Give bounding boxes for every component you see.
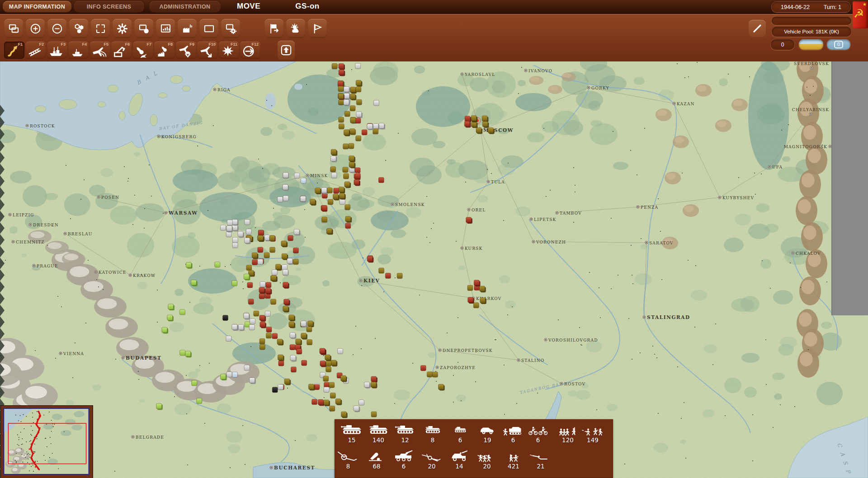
draw-tool-button[interactable] bbox=[749, 20, 766, 37]
unit-counter[interactable] bbox=[354, 179, 359, 185]
objectives-button[interactable] bbox=[308, 19, 327, 38]
unit-counter[interactable] bbox=[432, 372, 438, 377]
unit-counter[interactable] bbox=[331, 173, 337, 178]
unit-counter[interactable] bbox=[197, 398, 202, 403]
unit-counter[interactable] bbox=[259, 338, 265, 344]
unit-counter[interactable] bbox=[156, 403, 162, 409]
unit-counter[interactable] bbox=[465, 116, 470, 122]
unit-counter[interactable] bbox=[322, 206, 327, 211]
unit-counter[interactable] bbox=[341, 412, 347, 417]
unit-counter[interactable] bbox=[340, 199, 345, 205]
unit-counter[interactable] bbox=[345, 216, 351, 222]
fkey-f1-move-arrow[interactable]: F1 bbox=[4, 42, 24, 59]
unit-counter[interactable] bbox=[300, 196, 306, 202]
unit-counter[interactable] bbox=[266, 327, 272, 332]
unit-counter[interactable] bbox=[338, 348, 343, 354]
unit-counter[interactable] bbox=[379, 268, 384, 273]
unit-counter[interactable] bbox=[344, 111, 350, 117]
unit-counter[interactable] bbox=[371, 382, 376, 387]
jump-map-button[interactable] bbox=[4, 19, 23, 38]
unit-counter[interactable] bbox=[249, 325, 255, 330]
tab-map-information[interactable]: MAP INFORMATION bbox=[3, 1, 71, 12]
unit-counter[interactable] bbox=[226, 226, 232, 231]
unit-counter[interactable] bbox=[185, 351, 191, 356]
fkey-f10-plane-arrow[interactable]: F10 bbox=[197, 42, 217, 59]
fkey-f3-ship-large[interactable]: F3 bbox=[47, 42, 67, 59]
unit-counter[interactable] bbox=[378, 178, 384, 183]
unit-counter[interactable] bbox=[327, 188, 332, 193]
victory-locations-button[interactable] bbox=[264, 19, 283, 38]
unit-counter[interactable] bbox=[290, 355, 296, 361]
unit-counter[interactable] bbox=[289, 322, 294, 327]
unit-counter[interactable] bbox=[283, 184, 288, 190]
fkey-f9-plane-parachute[interactable]: F9 bbox=[176, 42, 196, 59]
unit-counter[interactable] bbox=[278, 384, 283, 390]
unit-counter[interactable] bbox=[331, 360, 336, 366]
unit-counter[interactable] bbox=[482, 122, 488, 127]
unit-counter[interactable] bbox=[271, 276, 276, 281]
unit-counter[interactable] bbox=[192, 380, 197, 386]
unit-counter[interactable] bbox=[328, 199, 333, 205]
map-canvas[interactable]: B A LBAY OF DANZIGTAGANROG BAYC A S P RO… bbox=[0, 61, 868, 478]
unit-counter[interactable] bbox=[350, 106, 355, 111]
unit-counter[interactable] bbox=[339, 99, 344, 105]
unit-counter[interactable] bbox=[293, 259, 298, 264]
unit-counter[interactable] bbox=[359, 400, 364, 405]
zoom-out-button[interactable] bbox=[47, 19, 66, 38]
unit-counter[interactable] bbox=[355, 118, 361, 123]
unit-counter[interactable] bbox=[322, 217, 327, 222]
unit-counter[interactable] bbox=[397, 273, 402, 279]
unit-counter[interactable] bbox=[293, 248, 298, 253]
unit-counter[interactable] bbox=[254, 311, 259, 316]
minimap[interactable] bbox=[1, 406, 93, 478]
fkey-f8-bomb-city[interactable]: F8 bbox=[154, 42, 175, 59]
unit-counter[interactable] bbox=[168, 304, 174, 309]
map-frame-button[interactable] bbox=[199, 19, 218, 38]
unit-counter[interactable] bbox=[330, 393, 335, 398]
unit-counter[interactable] bbox=[330, 156, 336, 161]
unit-counter[interactable] bbox=[466, 217, 472, 223]
unit-counter[interactable] bbox=[250, 378, 255, 383]
unit-counter[interactable] bbox=[266, 333, 272, 338]
minimap-viewport[interactable] bbox=[3, 408, 90, 475]
unit-counter[interactable] bbox=[310, 199, 315, 205]
unit-counter[interactable] bbox=[247, 282, 253, 288]
unit-counter[interactable] bbox=[333, 194, 339, 199]
unit-counter[interactable] bbox=[339, 70, 344, 75]
unit-counter[interactable] bbox=[349, 162, 354, 167]
fkey-f7-plane-bomb[interactable]: F7 bbox=[133, 42, 153, 59]
unit-counter[interactable] bbox=[344, 173, 349, 179]
unit-counter[interactable] bbox=[350, 87, 356, 93]
unit-counter[interactable] bbox=[272, 270, 277, 275]
unit-counter[interactable] bbox=[464, 121, 470, 127]
unit-counter[interactable] bbox=[269, 235, 275, 241]
unit-counter[interactable] bbox=[226, 336, 231, 342]
unit-counter[interactable] bbox=[335, 399, 341, 404]
unit-counter[interactable] bbox=[480, 286, 485, 291]
unit-counter[interactable] bbox=[266, 282, 271, 288]
unit-counter[interactable] bbox=[349, 156, 354, 161]
preferences-button[interactable] bbox=[113, 19, 132, 38]
unit-counter[interactable] bbox=[162, 327, 167, 333]
unit-counter[interactable] bbox=[294, 229, 299, 234]
unit-counter[interactable] bbox=[283, 270, 288, 275]
unit-counter[interactable] bbox=[297, 349, 302, 354]
unit-counter[interactable] bbox=[246, 229, 251, 234]
unit-counter[interactable] bbox=[373, 129, 378, 134]
fkey-f11-explosion[interactable]: F11 bbox=[219, 42, 239, 59]
unit-counter[interactable] bbox=[259, 315, 265, 321]
unit-counter[interactable] bbox=[283, 282, 288, 288]
unit-counter[interactable] bbox=[244, 365, 250, 370]
unit-counter[interactable] bbox=[301, 333, 307, 338]
fkey-f12-next-circle[interactable]: F12 bbox=[240, 42, 260, 59]
ground-conditions-button[interactable] bbox=[798, 39, 824, 50]
unit-counter[interactable] bbox=[278, 361, 284, 366]
unit-counter[interactable] bbox=[356, 136, 361, 141]
unit-counter[interactable] bbox=[349, 129, 355, 134]
unit-counter[interactable] bbox=[287, 258, 292, 264]
unit-counter[interactable] bbox=[272, 333, 278, 339]
unit-modes-button[interactable] bbox=[134, 19, 153, 38]
unit-counter[interactable] bbox=[258, 247, 263, 253]
unit-counter[interactable] bbox=[283, 196, 288, 201]
unit-counter[interactable] bbox=[343, 167, 348, 173]
